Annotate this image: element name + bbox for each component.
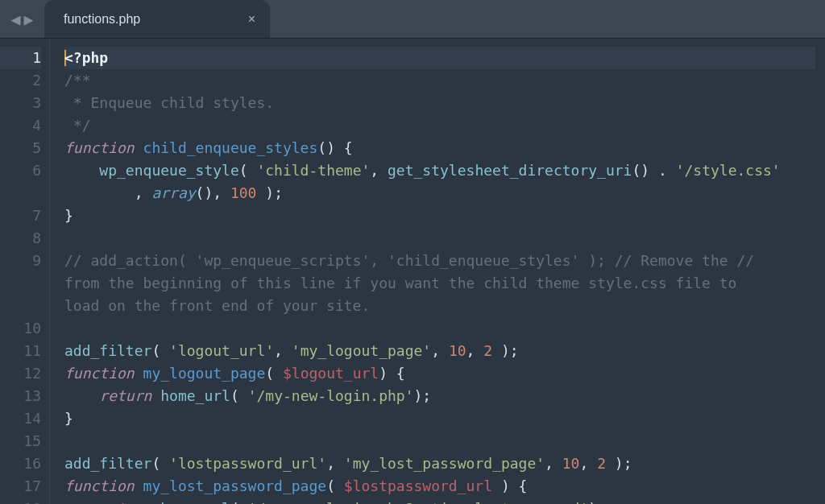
line-number: 11 xyxy=(0,340,41,362)
code-token: '/my-new-login.php' xyxy=(248,387,414,404)
code-token xyxy=(135,477,143,494)
code-line: add_filter( 'logout_url', 'my_logout_pag… xyxy=(64,340,815,362)
nav-arrows: ◀ ▶ xyxy=(0,0,44,38)
code-token xyxy=(64,162,99,179)
code-token xyxy=(151,387,160,404)
code-token: return xyxy=(99,500,151,504)
line-number: 6 xyxy=(0,159,41,182)
code-token: ); xyxy=(492,342,519,359)
code-line: wp_enqueue_style( 'child-theme', get_sty… xyxy=(64,159,815,182)
code-token: , xyxy=(579,455,597,472)
code-line: */ xyxy=(64,114,815,137)
code-token: } xyxy=(64,410,73,427)
line-number xyxy=(0,182,41,204)
code-token: home_url xyxy=(160,387,230,404)
code-token: ( xyxy=(151,342,169,359)
close-icon[interactable]: × xyxy=(248,12,255,27)
code-token: function xyxy=(64,365,135,382)
code-token: 10 xyxy=(449,342,466,359)
code-token: add_filter xyxy=(64,342,151,359)
code-line: } xyxy=(64,407,815,430)
editor-area: 1234567891011121314151617181920 <?php/**… xyxy=(0,39,825,504)
tab-bar: ◀ ▶ functions.php × xyxy=(0,0,825,39)
tab-active[interactable]: functions.php × xyxy=(44,0,270,38)
code-line: function child_enqueue_styles() { xyxy=(64,137,815,159)
code-token: my_logout_page xyxy=(143,365,266,382)
line-number: 15 xyxy=(0,430,41,452)
code-token: home_url xyxy=(160,500,230,504)
code-token xyxy=(135,365,143,382)
code-token: ); xyxy=(256,184,283,201)
code-token: $logout_url xyxy=(283,365,379,382)
code-line: from the beginning of this line if you w… xyxy=(64,272,815,295)
code-token: 100 xyxy=(230,184,257,201)
code-content[interactable]: <?php/** * Enqueue child styles. */funct… xyxy=(50,39,825,504)
code-line xyxy=(64,430,815,452)
code-token: ); xyxy=(606,455,632,472)
code-token: // add_action( 'wp_enqueue_scripts', 'ch… xyxy=(64,252,763,269)
code-token: ( xyxy=(230,500,248,504)
line-number: 7 xyxy=(0,204,41,227)
code-token xyxy=(64,387,99,404)
line-number: 2 xyxy=(0,69,41,92)
line-number: 16 xyxy=(0,452,41,475)
code-token: (), xyxy=(196,184,230,201)
line-number: 3 xyxy=(0,92,41,114)
nav-forward-icon[interactable]: ▶ xyxy=(24,10,34,29)
code-token xyxy=(64,500,99,504)
code-token: <?php xyxy=(64,49,108,66)
line-number: 5 xyxy=(0,137,41,159)
code-token: , xyxy=(326,455,344,472)
code-token: ( xyxy=(265,365,283,382)
code-token: 'my_lost_password_page' xyxy=(344,455,545,472)
code-token: function xyxy=(64,139,135,156)
code-token: ) { xyxy=(492,477,527,494)
code-token: 2 xyxy=(597,455,606,472)
line-number: 9 xyxy=(0,250,41,272)
code-token: wp_enqueue_style xyxy=(99,162,238,179)
code-token: '/my-new-login.php?action=lostpassword' xyxy=(248,500,589,504)
code-token: 'child-theme' xyxy=(256,162,370,179)
code-token: , xyxy=(466,342,484,359)
code-token: 'logout_url' xyxy=(169,342,274,359)
code-token: function xyxy=(64,477,135,494)
line-number: 10 xyxy=(0,317,41,340)
code-token: '/style.css' xyxy=(676,162,781,179)
code-token: ) { xyxy=(379,365,405,382)
code-token: ); xyxy=(588,500,606,504)
code-token: child_enqueue_styles xyxy=(143,139,318,156)
code-line: , array(), 100 ); xyxy=(64,182,815,204)
code-token: ( xyxy=(151,455,169,472)
code-token: array xyxy=(151,184,195,201)
code-token: /** xyxy=(64,72,91,89)
code-token: get_stylesheet_directory_uri xyxy=(388,162,632,179)
code-token: ); xyxy=(414,387,432,404)
code-token: , xyxy=(64,184,151,201)
line-number xyxy=(0,272,41,295)
code-token: * Enqueue child styles. xyxy=(64,94,274,111)
code-token: , xyxy=(431,342,449,359)
code-token: $lostpassword_url xyxy=(344,477,492,494)
code-line: // add_action( 'wp_enqueue_scripts', 'ch… xyxy=(64,250,815,272)
code-line: add_filter( 'lostpassword_url', 'my_lost… xyxy=(64,452,815,475)
code-token: from the beginning of this line if you w… xyxy=(64,275,745,291)
code-token: load on the front end of your site. xyxy=(64,297,370,314)
code-line: return home_url( '/my-new-login.php?acti… xyxy=(64,498,815,504)
code-token: 10 xyxy=(562,455,580,472)
nav-back-icon[interactable]: ◀ xyxy=(10,10,20,29)
code-token xyxy=(151,500,160,504)
code-token xyxy=(135,139,143,156)
code-line xyxy=(64,317,815,340)
code-token: ( xyxy=(239,162,257,179)
line-number: 1 xyxy=(0,47,41,69)
code-token: my_lost_password_page xyxy=(143,477,327,494)
code-token: add_filter xyxy=(64,455,151,472)
code-token: ( xyxy=(326,477,344,494)
code-token: 'lostpassword_url' xyxy=(169,455,326,472)
tab-title: functions.php xyxy=(64,12,140,27)
line-number: 13 xyxy=(0,385,41,407)
code-line: } xyxy=(64,204,815,227)
line-number: 17 xyxy=(0,475,41,498)
code-line: /** xyxy=(64,69,815,92)
code-line: * Enqueue child styles. xyxy=(64,92,815,114)
